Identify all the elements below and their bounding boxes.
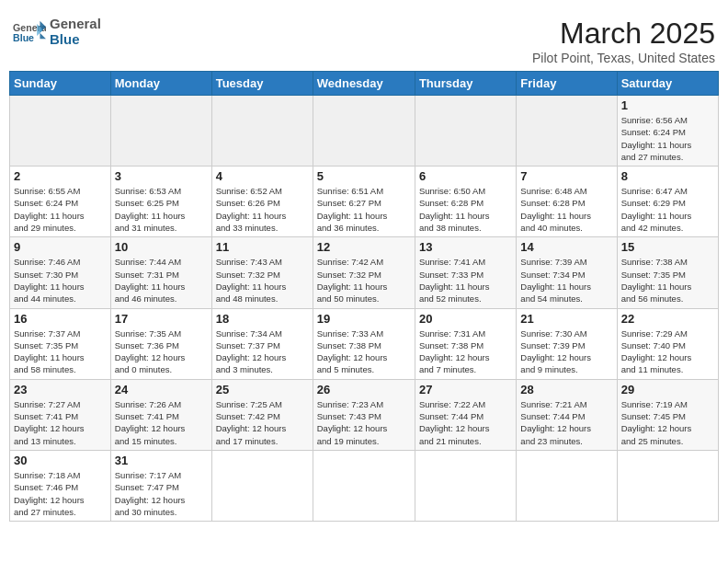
day-info: Sunrise: 6:48 AM Sunset: 6:28 PM Dayligh… (520, 185, 612, 234)
day-info: Sunrise: 7:39 AM Sunset: 7:34 PM Dayligh… (520, 256, 612, 304)
logo-blue-text: Blue (50, 32, 101, 48)
calendar-cell: 11Sunrise: 7:43 AM Sunset: 7:32 PM Dayli… (211, 237, 313, 308)
day-info: Sunrise: 7:34 AM Sunset: 7:37 PM Dayligh… (216, 327, 309, 376)
day-info: Sunrise: 7:23 AM Sunset: 7:43 PM Dayligh… (317, 398, 411, 447)
day-info: Sunrise: 7:27 AM Sunset: 7:41 PM Dayligh… (14, 398, 107, 447)
week-row-3: 9Sunrise: 7:46 AM Sunset: 7:30 PM Daylig… (10, 237, 719, 308)
day-number: 12 (317, 240, 411, 254)
day-number: 4 (216, 169, 309, 183)
day-info: Sunrise: 7:37 AM Sunset: 7:35 PM Dayligh… (14, 327, 107, 376)
day-number: 10 (115, 240, 208, 254)
calendar-cell: 17Sunrise: 7:35 AM Sunset: 7:36 PM Dayli… (110, 308, 211, 379)
day-info: Sunrise: 6:47 AM Sunset: 6:29 PM Dayligh… (621, 185, 714, 234)
day-info: Sunrise: 7:21 AM Sunset: 7:44 PM Dayligh… (520, 398, 612, 447)
day-info: Sunrise: 7:31 AM Sunset: 7:38 PM Dayligh… (419, 327, 512, 376)
calendar-cell: 18Sunrise: 7:34 AM Sunset: 7:37 PM Dayli… (211, 308, 313, 379)
day-number: 24 (115, 383, 208, 396)
day-number: 26 (317, 383, 411, 396)
day-info: Sunrise: 6:51 AM Sunset: 6:27 PM Dayligh… (317, 185, 411, 234)
calendar-cell: 13Sunrise: 7:41 AM Sunset: 7:33 PM Dayli… (415, 237, 516, 308)
calendar-cell: 14Sunrise: 7:39 AM Sunset: 7:34 PM Dayli… (517, 237, 617, 308)
svg-text:Blue: Blue (13, 31, 34, 42)
week-row-4: 16Sunrise: 7:37 AM Sunset: 7:35 PM Dayli… (10, 308, 719, 379)
day-number: 19 (317, 312, 411, 326)
day-number: 16 (14, 312, 107, 326)
calendar-cell: 9Sunrise: 7:46 AM Sunset: 7:30 PM Daylig… (10, 237, 111, 308)
day-number: 11 (216, 240, 309, 254)
calendar-table: SundayMondayTuesdayWednesdayThursdayFrid… (9, 71, 719, 522)
calendar-cell: 1Sunrise: 6:56 AM Sunset: 6:24 PM Daylig… (617, 96, 718, 167)
day-number: 13 (419, 240, 512, 254)
week-row-2: 2Sunrise: 6:55 AM Sunset: 6:24 PM Daylig… (10, 167, 719, 237)
day-info: Sunrise: 7:29 AM Sunset: 7:40 PM Dayligh… (621, 327, 714, 376)
day-info: Sunrise: 7:25 AM Sunset: 7:42 PM Dayligh… (216, 398, 309, 447)
day-info: Sunrise: 7:44 AM Sunset: 7:31 PM Dayligh… (115, 256, 208, 304)
day-number: 23 (14, 383, 107, 396)
col-header-wednesday: Wednesday (313, 72, 415, 96)
day-info: Sunrise: 6:55 AM Sunset: 6:24 PM Dayligh… (14, 185, 107, 234)
day-number: 30 (14, 454, 107, 467)
day-number: 3 (115, 169, 208, 183)
day-info: Sunrise: 7:22 AM Sunset: 7:44 PM Dayligh… (419, 398, 512, 447)
calendar-cell: 31Sunrise: 7:17 AM Sunset: 7:47 PM Dayli… (110, 450, 211, 521)
calendar-cell (211, 96, 313, 167)
calendar-header-row: SundayMondayTuesdayWednesdayThursdayFrid… (10, 72, 719, 96)
calendar-cell: 4Sunrise: 6:52 AM Sunset: 6:26 PM Daylig… (211, 167, 313, 237)
calendar-cell: 27Sunrise: 7:22 AM Sunset: 7:44 PM Dayli… (415, 379, 516, 450)
logo: General Blue General Blue (13, 17, 101, 47)
calendar-cell: 2Sunrise: 6:55 AM Sunset: 6:24 PM Daylig… (10, 167, 111, 237)
day-number: 5 (317, 169, 411, 183)
day-number: 25 (216, 383, 309, 396)
week-row-6: 30Sunrise: 7:18 AM Sunset: 7:46 PM Dayli… (10, 450, 719, 521)
calendar-cell: 20Sunrise: 7:31 AM Sunset: 7:38 PM Dayli… (415, 308, 516, 379)
calendar-cell (517, 450, 617, 521)
calendar-cell: 29Sunrise: 7:19 AM Sunset: 7:45 PM Dayli… (617, 379, 718, 450)
logo-general-text: General (50, 17, 101, 32)
day-info: Sunrise: 7:33 AM Sunset: 7:38 PM Dayligh… (317, 327, 411, 376)
calendar-cell (313, 96, 415, 167)
day-info: Sunrise: 7:26 AM Sunset: 7:41 PM Dayligh… (115, 398, 208, 447)
day-number: 15 (621, 240, 714, 254)
calendar-cell: 22Sunrise: 7:29 AM Sunset: 7:40 PM Dayli… (617, 308, 718, 379)
day-info: Sunrise: 7:19 AM Sunset: 7:45 PM Dayligh… (621, 398, 714, 447)
day-number: 17 (115, 312, 208, 326)
day-number: 27 (419, 383, 512, 396)
col-header-monday: Monday (110, 72, 211, 96)
calendar-cell: 30Sunrise: 7:18 AM Sunset: 7:46 PM Dayli… (10, 450, 111, 521)
day-number: 20 (419, 312, 512, 326)
day-number: 8 (621, 169, 714, 183)
week-row-1: 1Sunrise: 6:56 AM Sunset: 6:24 PM Daylig… (10, 96, 719, 167)
day-number: 18 (216, 312, 309, 326)
calendar-cell (110, 96, 211, 167)
generalblue-logo-icon: General Blue (13, 19, 46, 45)
col-header-thursday: Thursday (415, 72, 516, 96)
calendar-cell (415, 450, 516, 521)
calendar-cell: 21Sunrise: 7:30 AM Sunset: 7:39 PM Dayli… (517, 308, 617, 379)
day-info: Sunrise: 7:30 AM Sunset: 7:39 PM Dayligh… (520, 327, 612, 376)
calendar-cell: 6Sunrise: 6:50 AM Sunset: 6:28 PM Daylig… (415, 167, 516, 237)
day-info: Sunrise: 7:43 AM Sunset: 7:32 PM Dayligh… (216, 256, 309, 304)
col-header-saturday: Saturday (617, 72, 718, 96)
col-header-sunday: Sunday (10, 72, 111, 96)
day-number: 7 (520, 169, 612, 183)
day-info: Sunrise: 7:38 AM Sunset: 7:35 PM Dayligh… (621, 256, 714, 304)
day-number: 14 (520, 240, 612, 254)
day-info: Sunrise: 7:42 AM Sunset: 7:32 PM Dayligh… (317, 256, 411, 304)
calendar-cell: 7Sunrise: 6:48 AM Sunset: 6:28 PM Daylig… (517, 167, 617, 237)
calendar-cell: 8Sunrise: 6:47 AM Sunset: 6:29 PM Daylig… (617, 167, 718, 237)
title-area: March 2025 Pilot Point, Texas, United St… (532, 17, 715, 65)
calendar-cell (617, 450, 718, 521)
day-number: 2 (14, 169, 107, 183)
col-header-friday: Friday (517, 72, 617, 96)
calendar-cell: 10Sunrise: 7:44 AM Sunset: 7:31 PM Dayli… (110, 237, 211, 308)
calendar-cell: 24Sunrise: 7:26 AM Sunset: 7:41 PM Dayli… (110, 379, 211, 450)
day-info: Sunrise: 6:53 AM Sunset: 6:25 PM Dayligh… (115, 185, 208, 234)
calendar-cell (415, 96, 516, 167)
calendar-cell (211, 450, 313, 521)
day-info: Sunrise: 6:50 AM Sunset: 6:28 PM Dayligh… (419, 185, 512, 234)
day-info: Sunrise: 7:41 AM Sunset: 7:33 PM Dayligh… (419, 256, 512, 304)
day-number: 1 (621, 98, 714, 112)
calendar-cell: 16Sunrise: 7:37 AM Sunset: 7:35 PM Dayli… (10, 308, 111, 379)
calendar-cell: 12Sunrise: 7:42 AM Sunset: 7:32 PM Dayli… (313, 237, 415, 308)
calendar-cell (10, 96, 111, 167)
